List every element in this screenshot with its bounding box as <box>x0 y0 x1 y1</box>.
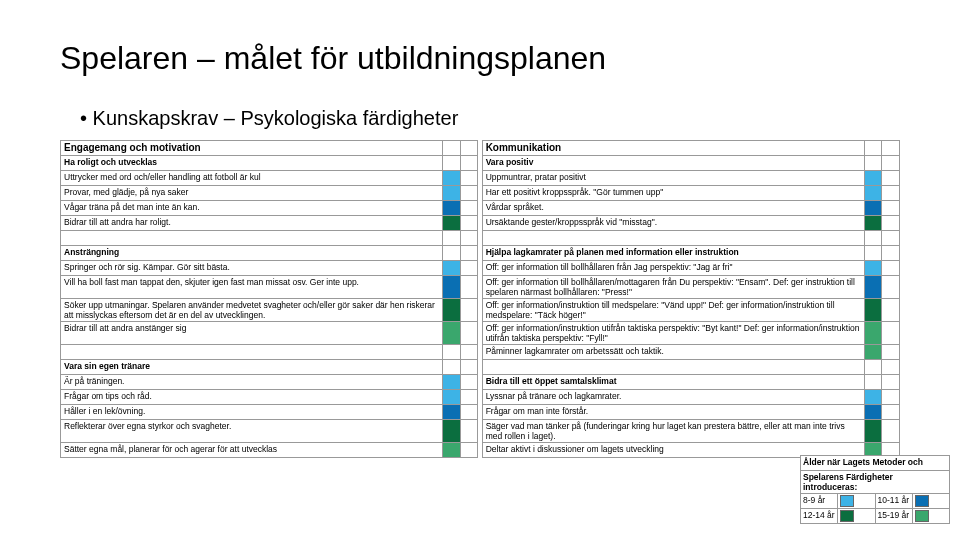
age-cell <box>864 276 881 299</box>
legend-d: 15-19 år <box>875 509 912 524</box>
table-row: Håller i en lek/övning. <box>61 405 443 420</box>
table-row: Frågar om tips och råd. <box>61 390 443 405</box>
age-cell <box>864 405 881 420</box>
age-cell <box>443 216 460 231</box>
table-row: Vill ha boll fast man tappat den, skjute… <box>61 276 443 299</box>
age-cell <box>864 216 881 231</box>
age-cell <box>443 171 460 186</box>
age-cell <box>864 345 881 360</box>
age-cell <box>443 322 460 345</box>
table-row: Är på träningen. <box>61 375 443 390</box>
table-row: Har ett positivt kroppsspråk. "Gör tumme… <box>482 186 864 201</box>
l-g3-title: Vara sin egen tränare <box>61 360 443 375</box>
subtitle: Kunskapskrav – Psykologiska färdigheter <box>80 107 900 130</box>
table-row: Uppmuntrar, pratar positivt <box>482 171 864 186</box>
l-g1-title: Ha roligt och utvecklas <box>61 156 443 171</box>
legend-b: 10-11 år <box>875 494 912 509</box>
page-title: Spelaren – målet för utbildningsplanen <box>60 40 900 77</box>
age-cell <box>864 299 881 322</box>
skills-table: Engagemang och motivation Kommunikation … <box>60 140 900 458</box>
table-row: Off: ger information/instruktion till me… <box>482 299 864 322</box>
legend-title2: Spelarens Färdigheter introduceras: <box>801 471 950 494</box>
age-cell <box>443 443 460 458</box>
table-row: Provar, med glädje, på nya saker <box>61 186 443 201</box>
table-row: Frågar om man inte förstår. <box>482 405 864 420</box>
legend: Ålder när Lagets Metoder och Spelarens F… <box>800 455 950 524</box>
table-row: Ursäktande gester/kroppsspråk vid "misst… <box>482 216 864 231</box>
age-cell <box>864 322 881 345</box>
swatch-12-14 <box>840 510 854 522</box>
r-g2-title: Hjälpa lagkamrater på planen med informa… <box>482 246 864 261</box>
table-row: Off: ger information till bollhållaren f… <box>482 261 864 276</box>
table-row: Uttrycker med ord och/eller handling att… <box>61 171 443 186</box>
table-row: Söker upp utmaningar. Spelaren använder … <box>61 299 443 322</box>
table-row: Off: ger information till bollhållaren/m… <box>482 276 864 299</box>
age-cell <box>864 420 881 443</box>
r-g3-title: Bidra till ett öppet samtalsklimat <box>482 375 864 390</box>
age-cell <box>864 171 881 186</box>
table-row: Off: ger information/instruktion utifrån… <box>482 322 864 345</box>
swatch-15-19 <box>915 510 929 522</box>
age-cell <box>864 390 881 405</box>
age-cell <box>443 420 460 443</box>
age-cell <box>864 186 881 201</box>
age-cell <box>864 201 881 216</box>
legend-title1: Ålder när Lagets Metoder och <box>801 456 950 471</box>
legend-c: 12-14 år <box>801 509 838 524</box>
age-cell <box>864 261 881 276</box>
table-row: Bidrar till att andra anstänger sig <box>61 322 443 345</box>
swatch-10-11 <box>915 495 929 507</box>
table-row: Vågar träna på det man inte än kan. <box>61 201 443 216</box>
swatch-8-9 <box>840 495 854 507</box>
table-row: Påminner lagkamrater om arbetssätt och t… <box>482 345 864 360</box>
table-row: Säger vad man tänker på (funderingar kri… <box>482 420 864 443</box>
r-g1-title: Vara positiv <box>482 156 864 171</box>
age-cell <box>443 299 460 322</box>
age-cell <box>443 276 460 299</box>
age-cell <box>443 390 460 405</box>
table-row: Sätter egna mål, planerar för och agerar… <box>61 443 443 458</box>
left-header: Engagemang och motivation <box>61 141 443 156</box>
table-row: Bidrar till att andra har roligt. <box>61 216 443 231</box>
l-g2-title: Ansträngning <box>61 246 443 261</box>
age-cell <box>443 201 460 216</box>
age-cell <box>443 186 460 201</box>
legend-a: 8-9 år <box>801 494 838 509</box>
table-row: Lyssnar på tränare och lagkamrater. <box>482 390 864 405</box>
table-row: Springer och rör sig. Kämpar. Gör sitt b… <box>61 261 443 276</box>
age-cell <box>443 405 460 420</box>
table-row: Vårdar språket. <box>482 201 864 216</box>
table-row: Reflekterar över egna styrkor och svaghe… <box>61 420 443 443</box>
age-cell <box>443 261 460 276</box>
age-cell <box>443 375 460 390</box>
right-header: Kommunikation <box>482 141 864 156</box>
